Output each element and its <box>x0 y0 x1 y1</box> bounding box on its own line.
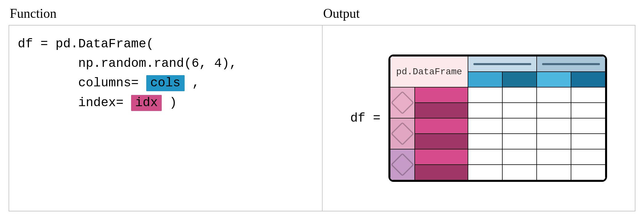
data-cell <box>468 149 502 165</box>
col-index-inner-3 <box>537 72 571 87</box>
data-cell <box>502 165 537 180</box>
code-line-4a: index= <box>18 96 131 110</box>
code-line-1: df = pd.DataFrame( <box>18 37 154 51</box>
col-index-outer-1 <box>468 56 537 72</box>
col-index-inner-1 <box>468 72 502 87</box>
row-index-inner-1 <box>415 87 468 103</box>
code-line-4b: ) <box>162 96 177 110</box>
data-cell <box>468 118 502 134</box>
data-cell <box>571 165 605 180</box>
data-cell <box>468 103 502 118</box>
row-index-outer-1 <box>390 87 415 118</box>
data-cell <box>502 118 537 134</box>
data-cell <box>571 134 605 149</box>
function-heading: Function <box>10 6 322 21</box>
data-cell <box>502 103 537 118</box>
dataframe-frame: pd.DataFrame <box>388 54 607 182</box>
output-row: df = pd.DataFrame <box>331 34 626 202</box>
diamond-icon <box>391 91 414 114</box>
output-column: Output df = pd.DataFrame <box>322 6 635 211</box>
data-cell <box>468 134 502 149</box>
data-cell <box>537 87 571 103</box>
df-equals-label: df = <box>350 111 381 125</box>
data-cell <box>571 118 605 134</box>
row-index-outer-2 <box>390 118 415 149</box>
data-cell <box>571 103 605 118</box>
row-index-inner-6 <box>415 165 468 180</box>
data-cell <box>537 134 571 149</box>
data-cell <box>537 149 571 165</box>
col-index-outer-2 <box>537 56 605 72</box>
dataframe-grid: pd.DataFrame <box>390 56 605 180</box>
code-line-2: np.random.rand(6, 4), <box>18 56 237 71</box>
output-box: df = pd.DataFrame <box>322 25 635 211</box>
data-cell <box>571 149 605 165</box>
code-line-3b: , <box>185 76 200 90</box>
diagram-container: Function df = pd.DataFrame( np.random.ra… <box>0 0 644 220</box>
corner-label: pd.DataFrame <box>390 56 468 87</box>
data-cell <box>502 134 537 149</box>
output-heading: Output <box>323 6 635 21</box>
data-cell <box>468 165 502 180</box>
col-index-inner-2 <box>502 72 537 87</box>
row-index-outer-3 <box>390 149 415 180</box>
diamond-icon <box>391 153 414 176</box>
data-cell <box>537 165 571 180</box>
row-index-inner-5 <box>415 149 468 165</box>
data-cell <box>537 103 571 118</box>
function-box: df = pd.DataFrame( np.random.rand(6, 4),… <box>9 25 322 211</box>
row-index-inner-4 <box>415 134 468 149</box>
data-cell <box>468 87 502 103</box>
function-column: Function df = pd.DataFrame( np.random.ra… <box>9 6 322 211</box>
data-cell <box>571 87 605 103</box>
row-index-inner-2 <box>415 103 468 118</box>
col-index-inner-4 <box>571 72 605 87</box>
data-cell <box>502 87 537 103</box>
code-line-3a: columns= <box>18 76 146 90</box>
data-cell <box>537 118 571 134</box>
row-index-inner-3 <box>415 118 468 134</box>
idx-highlight: idx <box>131 95 162 111</box>
diamond-icon <box>391 122 414 145</box>
data-cell <box>502 149 537 165</box>
cols-highlight: cols <box>146 75 185 91</box>
code-block: df = pd.DataFrame( np.random.rand(6, 4),… <box>18 34 313 112</box>
